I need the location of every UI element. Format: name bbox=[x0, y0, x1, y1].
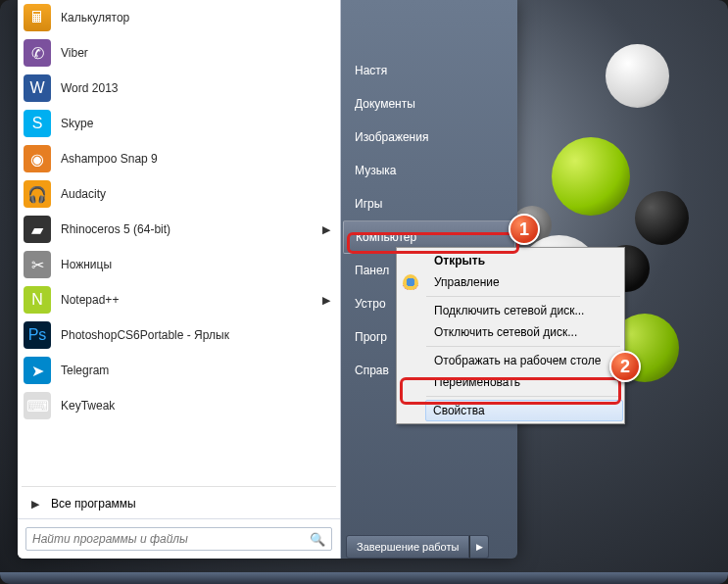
program-item-calc[interactable]: 🖩Калькулятор bbox=[18, 0, 340, 35]
ctx-rename[interactable]: Переименовать bbox=[426, 371, 622, 393]
shutdown-button[interactable]: Завершение работы bbox=[346, 535, 469, 559]
taskbar[interactable] bbox=[0, 572, 728, 584]
program-label: Калькулятор bbox=[61, 11, 334, 24]
search-icon: 🔍 bbox=[310, 532, 325, 547]
wallpaper-sphere bbox=[606, 44, 669, 108]
sci-icon: ✂ bbox=[24, 251, 51, 278]
program-label: KeyTweak bbox=[61, 399, 334, 413]
annotation-marker-2: 2 bbox=[609, 351, 641, 382]
program-label: Skype bbox=[61, 117, 334, 130]
program-label: Telegram bbox=[61, 364, 334, 377]
all-programs-button[interactable]: ▶ Все программы bbox=[18, 489, 340, 518]
side-item-documents[interactable]: Документы bbox=[341, 87, 517, 121]
program-label: Audacity bbox=[61, 187, 334, 201]
side-item-music[interactable]: Музыка bbox=[341, 154, 517, 187]
separator bbox=[426, 346, 620, 347]
program-item-kt[interactable]: ⌨KeyTweak bbox=[18, 388, 340, 423]
program-item-rhino[interactable]: ▰Rhinoceros 5 (64-bit)▶ bbox=[18, 212, 340, 247]
submenu-arrow-icon: ▶ bbox=[322, 294, 330, 307]
shield-icon bbox=[403, 274, 418, 290]
program-item-aud[interactable]: 🎧Audacity bbox=[18, 176, 340, 212]
ctx-properties[interactable]: Свойства bbox=[425, 400, 623, 421]
separator bbox=[426, 296, 620, 297]
program-label: PhotoshopCS6Portable - Ярлык bbox=[61, 328, 334, 342]
side-item-games[interactable]: Игры bbox=[341, 187, 517, 220]
rhino-icon: ▰ bbox=[24, 216, 51, 243]
program-label: Notepad++ bbox=[61, 293, 322, 307]
start-menu-left-pane: 🖩Калькулятор✆ViberWWord 2013SSkype◉Asham… bbox=[18, 0, 341, 559]
program-item-snap[interactable]: ◉Ashampoo Snap 9 bbox=[18, 141, 340, 176]
context-menu: Открыть Управление Подключить сетевой ди… bbox=[396, 247, 625, 424]
program-item-sci[interactable]: ✂Ножницы bbox=[18, 247, 340, 282]
program-label: Viber bbox=[61, 46, 334, 60]
side-item-pictures[interactable]: Изображения bbox=[341, 121, 517, 154]
ctx-manage[interactable]: Управление bbox=[426, 271, 622, 293]
program-item-skype[interactable]: SSkype bbox=[18, 106, 340, 141]
shutdown-label: Завершение работы bbox=[357, 541, 459, 553]
program-label: Word 2013 bbox=[61, 81, 334, 95]
search-area: 🔍 bbox=[18, 518, 340, 559]
shutdown-area: Завершение работы ▶ bbox=[346, 535, 489, 559]
npp-icon: N bbox=[24, 286, 51, 314]
all-programs-label: Все программы bbox=[51, 497, 136, 511]
program-item-word[interactable]: WWord 2013 bbox=[18, 71, 340, 106]
program-item-viber[interactable]: ✆Viber bbox=[18, 35, 340, 71]
skype-icon: S bbox=[24, 110, 51, 137]
viber-icon: ✆ bbox=[24, 39, 51, 67]
program-item-npp[interactable]: NNotepad++▶ bbox=[18, 282, 340, 317]
snap-icon: ◉ bbox=[24, 145, 51, 172]
shutdown-options-button[interactable]: ▶ bbox=[469, 535, 489, 559]
search-input[interactable] bbox=[32, 532, 310, 546]
ps-icon: Ps bbox=[24, 321, 51, 349]
side-item-user[interactable]: Настя bbox=[341, 54, 517, 87]
ctx-show-desktop[interactable]: Отображать на рабочем столе bbox=[426, 350, 622, 371]
annotation-marker-1: 1 bbox=[509, 214, 540, 245]
tg-icon: ➤ bbox=[24, 357, 51, 384]
kt-icon: ⌨ bbox=[24, 392, 51, 419]
aud-icon: 🎧 bbox=[24, 180, 51, 208]
word-icon: W bbox=[24, 74, 51, 102]
arrow-right-icon: ▶ bbox=[31, 498, 39, 511]
submenu-arrow-icon: ▶ bbox=[322, 223, 330, 236]
wallpaper-sphere bbox=[635, 191, 689, 245]
program-label: Ножницы bbox=[61, 258, 334, 271]
wallpaper-sphere bbox=[552, 137, 630, 216]
program-list: 🖩Калькулятор✆ViberWWord 2013SSkype◉Asham… bbox=[18, 0, 340, 484]
program-label: Rhinoceros 5 (64-bit) bbox=[61, 222, 322, 236]
ctx-disconnect-drive[interactable]: Отключить сетевой диск... bbox=[426, 321, 622, 343]
ctx-map-drive[interactable]: Подключить сетевой диск... bbox=[426, 300, 622, 321]
ctx-open[interactable]: Открыть bbox=[426, 250, 622, 271]
divider bbox=[22, 486, 336, 487]
program-item-tg[interactable]: ➤Telegram bbox=[18, 353, 340, 388]
calc-icon: 🖩 bbox=[24, 4, 51, 31]
program-item-ps[interactable]: PsPhotoshopCS6Portable - Ярлык bbox=[18, 317, 340, 353]
search-box[interactable]: 🔍 bbox=[25, 527, 332, 551]
separator bbox=[426, 396, 620, 397]
program-label: Ashampoo Snap 9 bbox=[61, 152, 334, 166]
